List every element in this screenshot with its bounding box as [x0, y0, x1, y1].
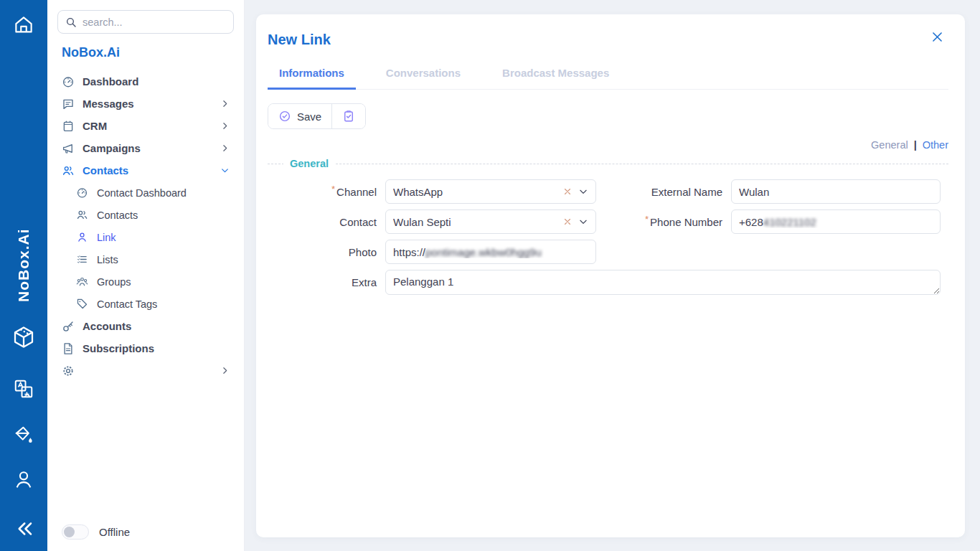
general-anchor-link[interactable]: General [871, 139, 908, 151]
chevron-down-icon [220, 166, 230, 175]
sidebar-item-subscriptions[interactable]: Subscriptions [57, 337, 234, 359]
theme-drop-icon[interactable] [0, 425, 47, 446]
channel-select[interactable]: WhatsApp [385, 179, 596, 204]
obscured-photo-url: pontimage.wkbw0hgg9u [425, 246, 542, 258]
other-anchor-link[interactable]: Other [923, 139, 948, 151]
clear-icon[interactable] [561, 217, 574, 227]
obscured-phone-digits: 410221102 [763, 216, 816, 228]
user-icon [76, 231, 89, 243]
offline-row: Offline [57, 520, 234, 542]
contacts-submenu: Contact Dashboard Contacts Link Lists Gr… [57, 182, 234, 315]
search-box[interactable] [57, 10, 234, 34]
form-grid: * Channel WhatsApp External Name Wul [268, 179, 948, 295]
phone-number-input[interactable]: +628410221102 [731, 209, 941, 234]
required-asterisk: * [331, 184, 335, 194]
translate-icon[interactable] [0, 378, 47, 400]
file-icon [62, 342, 75, 355]
sidebar-item-dashboard[interactable]: Dashboard [57, 70, 234, 93]
sidebar-item-label: Link [97, 232, 230, 243]
photo-value: https://pontimage.wkbw0hgg9u [393, 246, 588, 258]
sidebar-item-label: Contacts [83, 164, 212, 176]
save-button[interactable]: Save [268, 104, 331, 128]
tab-informations[interactable]: Informations [268, 61, 356, 90]
home-icon[interactable] [0, 14, 47, 36]
offline-label: Offline [99, 526, 130, 538]
tag-icon [76, 298, 89, 310]
toggle-knob [64, 527, 75, 537]
check-circle-icon [278, 110, 291, 123]
sidebar-item-lists[interactable]: Lists [57, 248, 234, 270]
sidebar-item-label: Contact Dashboard [97, 187, 230, 199]
contact-label: Contact [268, 209, 385, 234]
profile-icon[interactable] [0, 468, 47, 491]
sidebar-item-label: Lists [97, 254, 230, 265]
gear-icon [62, 364, 75, 377]
search-input[interactable] [83, 17, 226, 28]
sidebar-item-contact-tags[interactable]: Contact Tags [57, 293, 234, 315]
key-icon [62, 320, 75, 333]
new-link-panel: New Link Informations Conversations Broa… [256, 14, 965, 537]
external-name-value: Wulan [739, 186, 933, 198]
link-divider: | [914, 139, 917, 151]
sidebar-item-crm[interactable]: CRM [57, 115, 234, 137]
main-area: New Link Informations Conversations Broa… [244, 0, 980, 551]
sidebar-nav: Dashboard Messages CRM Campaigns Contact… [57, 70, 234, 520]
tab-conversations[interactable]: Conversations [374, 61, 472, 90]
contact-select[interactable]: Wulan Septi [385, 209, 596, 234]
required-asterisk: * [645, 214, 649, 225]
megaphone-icon [62, 142, 75, 155]
sidebar-item-contact-dashboard[interactable]: Contact Dashboard [57, 182, 234, 204]
section-links: General | Other [268, 139, 948, 151]
photo-input[interactable]: https://pontimage.wkbw0hgg9u [385, 240, 596, 264]
sidebar-item-label: CRM [83, 120, 212, 132]
phone-number-value: +628410221102 [739, 216, 933, 228]
toolbar: Save [268, 103, 948, 129]
contact-value: Wulan Septi [393, 216, 557, 228]
chevron-right-icon [220, 143, 230, 153]
chevron-right-icon [220, 121, 230, 131]
sidebar-item-label: Subscriptions [83, 342, 230, 354]
group-icon [76, 276, 89, 288]
channel-value: WhatsApp [393, 186, 557, 198]
tab-bar: Informations Conversations Broadcast Mes… [268, 61, 948, 90]
sidebar-item-label: Campaigns [83, 142, 212, 154]
chevron-down-icon[interactable] [578, 217, 588, 227]
save-button-label: Save [297, 110, 321, 123]
fieldset-legend: General [283, 158, 335, 169]
save-button-group: Save [268, 103, 366, 129]
general-fieldset: General * Channel WhatsApp [268, 158, 948, 295]
save-and-copy-button[interactable] [332, 104, 365, 128]
sidebar-item-contacts[interactable]: Contacts [57, 159, 234, 182]
sidebar-item-accounts[interactable]: Accounts [57, 315, 234, 337]
sidebar-item-contacts-sub[interactable]: Contacts [57, 204, 234, 226]
clipboard-check-icon [342, 110, 355, 123]
external-name-label: External Name [596, 179, 731, 204]
sidebar-item-settings[interactable] [57, 359, 234, 382]
chat-icon [62, 98, 75, 110]
sidebar-item-campaigns[interactable]: Campaigns [57, 137, 234, 159]
gauge-icon [62, 75, 75, 88]
external-name-input[interactable]: Wulan [731, 179, 941, 204]
sidebar-item-label: Groups [97, 276, 230, 288]
app-rail: NoBox.Ai [0, 0, 47, 551]
collapse-icon[interactable] [0, 518, 47, 540]
clear-icon[interactable] [561, 187, 574, 197]
sidebar-item-groups[interactable]: Groups [57, 270, 234, 293]
sidebar-item-messages[interactable]: Messages [57, 93, 234, 115]
tab-broadcast-messages[interactable]: Broadcast Messages [491, 61, 621, 90]
gauge-icon [76, 187, 89, 199]
page-title: New Link [268, 26, 331, 48]
sidebar-brand: NoBox.Ai [62, 45, 234, 60]
chevron-right-icon [220, 366, 230, 375]
clipboard-icon [62, 120, 75, 133]
sidebar-item-label: Dashboard [83, 75, 230, 88]
chevron-down-icon[interactable] [578, 187, 588, 197]
sidebar-item-link[interactable]: Link [57, 226, 234, 248]
sidebar-item-label: Contacts [97, 209, 230, 221]
extra-textarea[interactable]: Pelanggan 1 [385, 270, 941, 295]
sidebar-item-label: Messages [83, 98, 212, 110]
cube-icon[interactable] [0, 324, 47, 350]
vertical-brand: NoBox.Ai [0, 212, 47, 319]
close-icon[interactable] [926, 26, 948, 48]
offline-toggle[interactable] [62, 524, 89, 540]
